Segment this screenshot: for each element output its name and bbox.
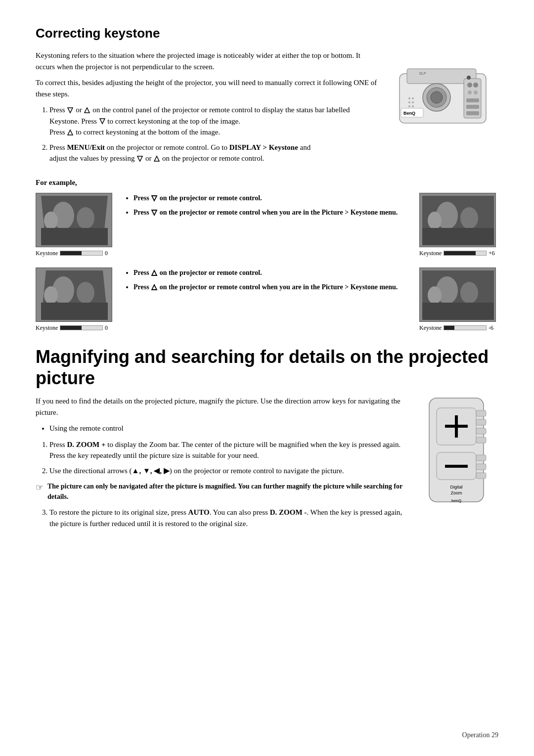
keystone-track-2 xyxy=(444,251,487,256)
keystone-fill-4 xyxy=(444,326,454,330)
svg-point-21 xyxy=(467,76,471,80)
zoom-remote-image: Digital Zoom benQ xyxy=(419,396,498,534)
svg-marker-5 xyxy=(154,156,159,161)
note-icon: ☞ xyxy=(36,481,44,494)
keystone-step1: Press or on the control panel of the pro… xyxy=(49,104,378,138)
keystone-track-4 xyxy=(444,325,487,330)
svg-point-27 xyxy=(408,105,410,107)
magnify-bullet-list: Using the remote control xyxy=(49,423,407,434)
keystone-val-4: -6 xyxy=(489,323,498,332)
svg-rect-62 xyxy=(476,419,486,425)
example-text-down: Press on the projector or remote control… xyxy=(125,193,409,222)
keystone-bar-label-3: Keystone xyxy=(36,323,58,332)
svg-rect-66 xyxy=(476,464,486,470)
keystone-bar-after-down: Keystone +6 xyxy=(419,249,498,258)
svg-point-28 xyxy=(412,105,414,107)
keystone-fill-3 xyxy=(60,326,81,330)
svg-rect-65 xyxy=(476,455,486,461)
svg-point-43 xyxy=(77,282,94,304)
svg-rect-40 xyxy=(422,228,494,245)
example-down-bullet2: Press on the projector or remote control… xyxy=(134,207,409,218)
keystone-steps: Press or on the control panel of the pro… xyxy=(49,104,378,164)
magnify-step1: Press D. ZOOM + to display the Zoom bar.… xyxy=(49,439,407,461)
keystone-bar-before-down: Keystone 0 xyxy=(36,249,115,258)
svg-text:BenQ: BenQ xyxy=(403,111,415,116)
keystone-bar-before-up: Keystone 0 xyxy=(36,323,115,332)
svg-point-38 xyxy=(460,207,478,229)
magnify-layout: If you need to find the details on the p… xyxy=(36,396,498,534)
svg-rect-18 xyxy=(466,98,479,102)
svg-rect-45 xyxy=(41,303,108,320)
magnify-steps: Press D. ZOOM + to display the Zoom bar.… xyxy=(49,439,407,477)
svg-point-16 xyxy=(468,90,472,94)
photo-before-up xyxy=(36,267,112,322)
magnify-step3: To restore the picture to its original s… xyxy=(49,507,407,529)
svg-rect-52 xyxy=(422,303,494,320)
keystone-val-3: 0 xyxy=(105,323,115,332)
example-down-bullet1: Press on the projector or remote control… xyxy=(134,193,409,203)
svg-rect-33 xyxy=(41,228,108,245)
svg-point-14 xyxy=(467,83,472,88)
example-image-after-down: Keystone +6 xyxy=(419,193,498,258)
svg-text:benQ: benQ xyxy=(451,498,461,503)
svg-point-17 xyxy=(474,90,478,94)
svg-point-32 xyxy=(44,212,58,229)
svg-marker-47 xyxy=(152,285,157,290)
svg-point-44 xyxy=(44,286,58,304)
magnify-step2: Use the directional arrows (▲, ▼, ◀, ▶) … xyxy=(49,465,407,477)
svg-point-51 xyxy=(428,286,442,304)
svg-marker-46 xyxy=(152,270,157,275)
example-text-up: Press on the projector or remote control… xyxy=(125,267,409,296)
keystone-bar-after-up: Keystone -6 xyxy=(419,323,498,332)
keystone-track-3 xyxy=(60,325,103,330)
keystone-para1: Keystoning refers to the situation where… xyxy=(36,50,378,72)
magnify-intro: If you need to find the details on the p… xyxy=(36,396,407,418)
keystone-val-1: 0 xyxy=(105,249,115,258)
example-row-up: Keystone 0 Press on the projector or rem… xyxy=(36,267,498,332)
svg-marker-2 xyxy=(100,119,105,124)
svg-point-31 xyxy=(77,207,94,229)
keystone-step2: Press MENU/Exit on the projector or remo… xyxy=(49,142,378,164)
svg-rect-67 xyxy=(476,473,486,479)
svg-marker-3 xyxy=(68,130,73,135)
keystone-bar-label-2: Keystone xyxy=(419,249,442,258)
keystone-bar-label-1: Keystone xyxy=(36,249,58,258)
magnify-bullet1: Using the remote control xyxy=(49,423,407,434)
magnify-note: ☞ The picture can only be navigated afte… xyxy=(36,481,407,502)
example-up-bullet2: Press on the projector or remote control… xyxy=(134,282,409,292)
example-image-before-down: Keystone 0 xyxy=(36,193,115,258)
page-footer: Operation 29 xyxy=(462,730,498,740)
svg-rect-61 xyxy=(476,410,486,416)
keystone-bar-label-4: Keystone xyxy=(419,323,442,332)
magnify-text: If you need to find the details on the p… xyxy=(36,396,407,534)
example-image-after-up: Keystone -6 xyxy=(419,267,498,332)
note-text: The picture can only be navigated after … xyxy=(47,481,407,502)
for-example-label: For example, xyxy=(36,177,498,188)
keystone-fill-1 xyxy=(60,251,81,255)
svg-point-50 xyxy=(460,282,478,304)
keystone-track-1 xyxy=(60,251,103,256)
svg-point-23 xyxy=(408,97,410,99)
svg-rect-63 xyxy=(476,428,486,434)
svg-marker-0 xyxy=(68,108,73,113)
svg-point-25 xyxy=(408,101,410,103)
svg-point-24 xyxy=(412,97,414,99)
keystone-para2: To correct this, besides adjusting the h… xyxy=(36,77,378,99)
keystone-val-2: +6 xyxy=(489,249,498,258)
svg-text:Zoom: Zoom xyxy=(450,490,462,495)
svg-rect-64 xyxy=(476,437,486,443)
svg-text:DLP: DLP xyxy=(419,72,426,75)
keystone-fill-2 xyxy=(444,251,476,255)
keystone-intro-section: Keystoning refers to the situation where… xyxy=(36,50,498,169)
svg-rect-19 xyxy=(466,105,479,109)
example-up-bullet1: Press on the projector or remote control… xyxy=(134,267,409,278)
svg-marker-4 xyxy=(137,156,142,161)
projector-image: BenQ DLP xyxy=(390,54,498,169)
photo-after-down xyxy=(419,193,496,247)
svg-marker-35 xyxy=(152,210,157,215)
section-title-magnify: Magnifying and searching for details on … xyxy=(36,346,498,389)
svg-point-26 xyxy=(412,101,414,103)
svg-text:Digital: Digital xyxy=(450,485,462,489)
svg-point-39 xyxy=(428,212,442,229)
for-example-section: For example, Keystone xyxy=(36,177,498,333)
